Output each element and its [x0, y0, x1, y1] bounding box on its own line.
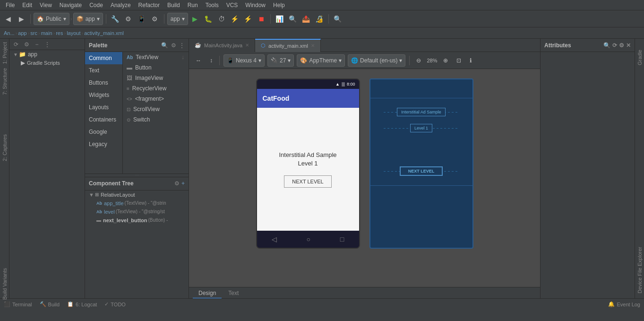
palette-item-textview[interactable]: Ab TextView ⤓ [123, 52, 189, 62]
todo-btn[interactable]: ✓ TODO [104, 301, 126, 307]
comp-tree-relativelayout[interactable]: ▼ ⊞ RelativeLayout [85, 191, 189, 199]
sidebar-structure[interactable]: 7: Structure [0, 67, 9, 95]
menu-code[interactable]: Code [86, 0, 107, 10]
apply-code-changes-btn[interactable]: ⚡ [242, 13, 254, 25]
tab-xml-close[interactable]: ✕ [311, 43, 315, 48]
palette-cat-google[interactable]: Google [85, 126, 122, 138]
palette-more-icon[interactable]: ⋮ [179, 42, 185, 49]
comp-tree-add-icon[interactable]: + [181, 180, 185, 187]
back-button[interactable]: ◀ [2, 13, 14, 25]
palette-divider[interactable]: ⋯ [85, 174, 189, 177]
avd-btn[interactable]: 📱 [136, 13, 148, 25]
menu-file[interactable]: File [2, 0, 18, 10]
deploy-btn[interactable]: 📤 [300, 13, 312, 25]
palette-cat-buttons[interactable]: Buttons [85, 77, 122, 89]
tab-text[interactable]: Text [223, 287, 244, 299]
palette-item-scrollview[interactable]: ⊡ ScrollView [123, 104, 189, 114]
palette-settings-icon[interactable]: ⚙ [171, 42, 176, 49]
menu-refactor[interactable]: Refactor [135, 0, 163, 10]
app-dropdown[interactable]: 📦 app ▾ [73, 13, 103, 25]
menu-vcs[interactable]: VCS [223, 0, 242, 10]
palette-item-imageview[interactable]: 🖼 ImageView [123, 73, 189, 83]
comp-tree-button[interactable]: ▬ next_level_button (Button) - [85, 216, 189, 225]
settings-btn[interactable]: ⚙ [149, 13, 161, 25]
bc-res[interactable]: res [56, 30, 63, 36]
project-settings-btn[interactable]: ⚙ [22, 40, 31, 49]
sync-btn[interactable]: 🔧 [109, 13, 121, 25]
bc-an[interactable]: An... [4, 30, 15, 36]
attr-close-icon[interactable]: ✕ [626, 42, 631, 49]
bc-layout[interactable]: layout [67, 30, 80, 36]
palette-cat-widgets[interactable]: Widgets [85, 89, 122, 101]
zoom-out-btn[interactable]: ⊖ [413, 56, 424, 65]
tab-design[interactable]: Design [193, 287, 222, 299]
coverage-btn[interactable]: 📊 [274, 13, 286, 25]
zoom-fit-btn[interactable]: ⊡ [454, 56, 464, 65]
project-sync-btn[interactable]: ⟳ [11, 40, 21, 49]
menu-build[interactable]: Build [163, 0, 184, 10]
next-level-button[interactable]: NEXT LEVEL [284, 175, 331, 188]
project-dropdown[interactable]: 🏠 Public ▾ [34, 13, 69, 25]
palette-cat-layouts[interactable]: Layouts [85, 101, 122, 113]
palette-cat-common[interactable]: Common [85, 52, 122, 64]
menu-navigate[interactable]: Navigate [56, 0, 86, 10]
menu-window[interactable]: Window [241, 0, 269, 10]
pan-btn[interactable]: ↔ [193, 56, 204, 65]
orient-btn[interactable]: ↕ [207, 56, 215, 65]
palette-cat-containers[interactable]: Containers [85, 113, 122, 126]
sdk-btn[interactable]: ⚙ [122, 13, 135, 25]
menu-tools[interactable]: Tools [202, 0, 223, 10]
tab-activity-main-xml[interactable]: ⬡ activity_main.xml ✕ [255, 39, 321, 52]
palette-item-switch[interactable]: ⊙ Switch [123, 114, 189, 125]
sidebar-project[interactable]: 1: Project [0, 39, 9, 67]
palette-cat-legacy[interactable]: Legacy [85, 138, 122, 150]
terminal-btn[interactable]: ⬛ Terminal [4, 301, 32, 307]
info-btn[interactable]: ℹ [467, 56, 475, 65]
stop-button[interactable]: ⏹ [255, 13, 267, 25]
run-button[interactable]: ▶ [189, 13, 201, 25]
back-nav-icon[interactable]: ◁ [272, 235, 277, 243]
sidebar-build-variants[interactable]: Build Variants [0, 270, 9, 298]
device-dropdown[interactable]: 📱 Nexus 4 ▾ [223, 54, 265, 67]
menu-help[interactable]: Help [269, 0, 289, 10]
run-config-dropdown[interactable]: app ▾ [167, 13, 188, 25]
zoom-in-btn[interactable]: ⊕ [440, 56, 451, 65]
api-dropdown[interactable]: 🔌 27 ▾ [267, 54, 294, 67]
comp-tree-settings-icon[interactable]: ⚙ [174, 180, 180, 187]
apply-changes-btn[interactable]: ⚡ [229, 13, 241, 25]
palette-item-button[interactable]: ▬ Button [123, 62, 189, 73]
attr-refresh-icon[interactable]: ⟳ [612, 42, 617, 49]
search-everywhere-btn[interactable]: 🔍 [332, 13, 344, 25]
menu-analyze[interactable]: Analyze [107, 0, 135, 10]
menu-view[interactable]: View [36, 0, 56, 10]
bc-main[interactable]: main [41, 30, 52, 36]
attr-search-icon[interactable]: 🔍 [603, 42, 610, 49]
menu-edit[interactable]: Edit [18, 0, 36, 10]
lint-btn[interactable]: 🔍 [287, 13, 299, 25]
tab-mainactivity-close[interactable]: ✕ [245, 43, 249, 48]
debug-button[interactable]: 🐛 [202, 13, 215, 25]
event-log-btn[interactable]: 🔔 Event Log [608, 301, 640, 307]
bc-app[interactable]: app [18, 30, 26, 36]
palette-item-recyclerview[interactable]: ≡ RecyclerView [123, 83, 189, 94]
locale-dropdown[interactable]: 🌐 Default (en-us) ▾ [348, 54, 405, 67]
sidebar-device-file-explorer[interactable]: Device File Explorer [635, 242, 644, 298]
profile-button[interactable]: ⏱ [215, 13, 228, 25]
home-nav-icon[interactable]: ○ [307, 235, 310, 243]
palette-search-icon[interactable]: 🔍 [161, 42, 168, 49]
palette-item-fragment[interactable]: <> <fragment> [123, 94, 189, 104]
comp-tree-app-title[interactable]: Ab app_title (TextView) - "@strin [85, 199, 189, 208]
build-btn[interactable]: 🔨 Build [40, 301, 60, 307]
sign-btn[interactable]: 🔏 [313, 13, 326, 25]
project-collapse-btn[interactable]: − [32, 40, 42, 49]
tab-mainactivity[interactable]: ☕ MainActivity.java ✕ [189, 39, 255, 52]
bc-src[interactable]: src [30, 30, 37, 36]
recent-nav-icon[interactable]: □ [340, 235, 344, 243]
bc-xml[interactable]: activity_main.xml [84, 30, 124, 36]
project-more-btn[interactable]: ⋮ [43, 40, 52, 49]
tree-app-root[interactable]: ▼ 📁 app [9, 50, 85, 59]
attr-settings-icon[interactable]: ⚙ [619, 42, 624, 49]
tree-gradle-scripts[interactable]: ▶ Gradle Scripts [9, 59, 85, 67]
sidebar-captures[interactable]: 2: Captures [0, 133, 9, 162]
menu-run[interactable]: Run [184, 0, 202, 10]
